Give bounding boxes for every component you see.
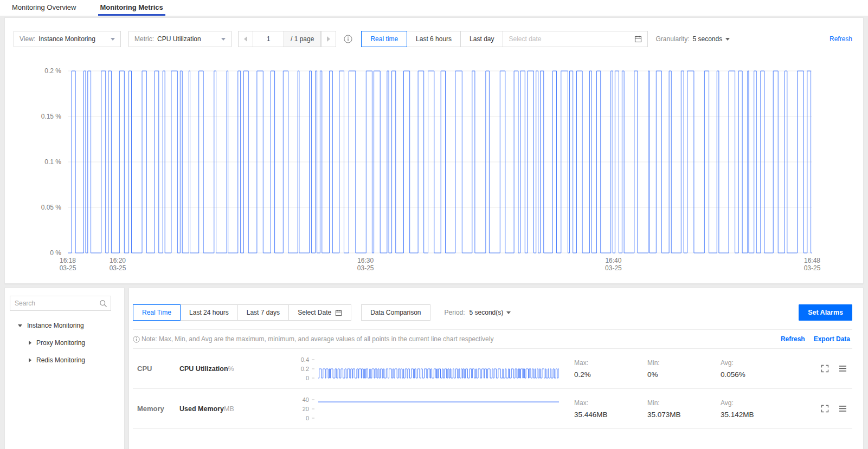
svg-text:0.05 %: 0.05 % (41, 204, 62, 211)
tab-monitoring-overview[interactable]: Monitoring Overview (10, 0, 79, 16)
stat-min: Min: 0% (647, 359, 721, 379)
metric-name: CPU Utilization% (179, 365, 292, 373)
panel-select-date-button[interactable]: Select Date (288, 304, 351, 321)
calendar-icon (335, 309, 342, 316)
stat-avg-value: 0.056% (721, 370, 802, 379)
panel-time-last-7-days[interactable]: Last 7 days (237, 304, 289, 321)
panel-time-last-24-hours[interactable]: Last 24 hours (180, 304, 238, 321)
row-actions (821, 405, 852, 413)
export-data-link[interactable]: Export Data (814, 335, 850, 343)
stat-min-value: 35.073MB (647, 411, 721, 419)
tree-item-label: Proxy Monitoring (36, 339, 85, 347)
metric-row-memory: Memory Used MemoryMB 40200 Max: 35.446MB… (133, 389, 852, 429)
fullscreen-icon (821, 365, 829, 373)
stat-max-label: Max: (574, 399, 647, 407)
fullscreen-icon (821, 405, 829, 413)
time-range-last-day[interactable]: Last day (460, 31, 503, 47)
svg-text:0.2: 0.2 (301, 365, 309, 372)
row-actions (821, 365, 852, 373)
metric-name-text: CPU Utilization (179, 365, 228, 373)
note-links: Refresh Export Data (781, 335, 852, 343)
metric-name-text: Used Memory (179, 405, 224, 413)
svg-text:0 %: 0 % (50, 249, 61, 257)
svg-text:03-25: 03-25 (804, 264, 821, 272)
panel-toolbar: Real Time Last 24 hours Last 7 days Sele… (133, 304, 852, 321)
arrow-right-icon (327, 36, 330, 42)
svg-text:0.15 %: 0.15 % (41, 113, 62, 120)
tree-item-redis-monitoring[interactable]: Redis Monitoring (5, 353, 124, 367)
svg-text:03-25: 03-25 (60, 264, 76, 272)
refresh-link[interactable]: Refresh (830, 35, 852, 43)
note-text: Note: Max, Min, and Avg are the maximum,… (142, 335, 493, 343)
tree-item-instance-monitoring[interactable]: Instance Monitoring (5, 318, 124, 333)
refresh-link[interactable]: Refresh (781, 335, 805, 343)
time-range-last-6-hours[interactable]: Last 6 hours (407, 31, 461, 47)
arrow-left-icon (244, 36, 247, 42)
stat-max-label: Max: (574, 359, 647, 367)
prev-page-button[interactable] (238, 31, 253, 47)
caret-down-icon[interactable] (18, 324, 22, 327)
metric-name: Used MemoryMB (179, 405, 292, 413)
page-input[interactable] (253, 31, 284, 47)
svg-text:0.1 %: 0.1 % (44, 158, 61, 166)
metric-category: Memory (133, 405, 179, 413)
memory-mini-chart: 40200 (292, 396, 563, 422)
caret-right-icon[interactable] (29, 341, 31, 345)
search-icon[interactable] (99, 300, 107, 308)
menu-button[interactable] (839, 405, 847, 412)
note-row: Note: Max, Min, and Avg are the maximum,… (133, 329, 852, 349)
chevron-down-icon (221, 38, 226, 41)
fullscreen-button[interactable] (821, 365, 829, 373)
menu-button[interactable] (839, 365, 847, 372)
next-page-button[interactable] (321, 31, 336, 47)
time-range-real-time[interactable]: Real time (361, 31, 407, 47)
date-picker[interactable]: Select date (503, 31, 648, 47)
date-picker-placeholder: Select date (509, 35, 541, 43)
caret-right-icon[interactable] (29, 358, 31, 362)
chevron-down-icon (725, 38, 730, 41)
metric-row-cpu: CPU CPU Utilization% 0.40.20 Max: 0.2% M… (133, 349, 852, 389)
tree-item-proxy-monitoring[interactable]: Proxy Monitoring (5, 336, 124, 350)
view-select-label: View: (20, 35, 35, 43)
stat-avg-label: Avg: (721, 399, 802, 407)
menu-icon (839, 405, 847, 412)
chevron-down-icon (111, 38, 115, 41)
stat-max-value: 0.2% (574, 370, 647, 379)
svg-text:03-25: 03-25 (605, 264, 622, 272)
stat-min-label: Min: (647, 359, 721, 367)
svg-text:03-25: 03-25 (357, 264, 374, 272)
period-value: 5 second(s) (470, 309, 504, 316)
metric-table-panel: Real Time Last 24 hours Last 7 days Sele… (128, 288, 864, 449)
info-icon[interactable] (344, 35, 352, 43)
search-input[interactable] (10, 296, 111, 310)
granularity-select[interactable]: Granularity: 5 seconds (655, 35, 730, 43)
cpu-mini-chart: 0.40.20 (292, 356, 563, 382)
svg-text:16:40: 16:40 (605, 257, 621, 264)
svg-text:16:48: 16:48 (804, 257, 820, 264)
data-comparison-button[interactable]: Data Comparison (361, 304, 430, 321)
stat-max: Max: 0.2% (574, 359, 647, 379)
chart-toolbar: View: Instance Monitoring Metric: CPU Ut… (14, 31, 854, 47)
granularity-value: 5 seconds (693, 35, 723, 43)
view-select[interactable]: View: Instance Monitoring (14, 31, 121, 47)
stat-max-value: 35.446MB (574, 411, 647, 419)
menu-icon (839, 365, 847, 372)
period-select[interactable]: Period: 5 second(s) (445, 309, 511, 316)
select-date-label: Select Date (298, 309, 331, 316)
fullscreen-button[interactable] (821, 405, 829, 413)
tree-item-label: Redis Monitoring (36, 356, 85, 364)
svg-text:40: 40 (303, 396, 309, 402)
metric-select-value: CPU Utilization (157, 35, 201, 43)
svg-text:0.2 %: 0.2 % (44, 67, 61, 75)
cpu-utilization-chart: 0.2 %0.15 %0.1 %0.05 %0 %16:1803-2516:20… (14, 62, 856, 275)
metric-select[interactable]: Metric: CPU Utilization (128, 31, 232, 47)
stat-min-label: Min: (647, 399, 721, 407)
panel-time-real-time[interactable]: Real Time (133, 304, 181, 321)
set-alarms-button[interactable]: Set Alarms (799, 304, 852, 321)
search-box (10, 296, 111, 311)
svg-text:03-25: 03-25 (110, 264, 126, 272)
calendar-icon (634, 35, 642, 43)
svg-text:16:20: 16:20 (110, 257, 126, 264)
tree-item-label: Instance Monitoring (27, 322, 84, 329)
tab-monitoring-metrics[interactable]: Monitoring Metrics (98, 0, 165, 16)
